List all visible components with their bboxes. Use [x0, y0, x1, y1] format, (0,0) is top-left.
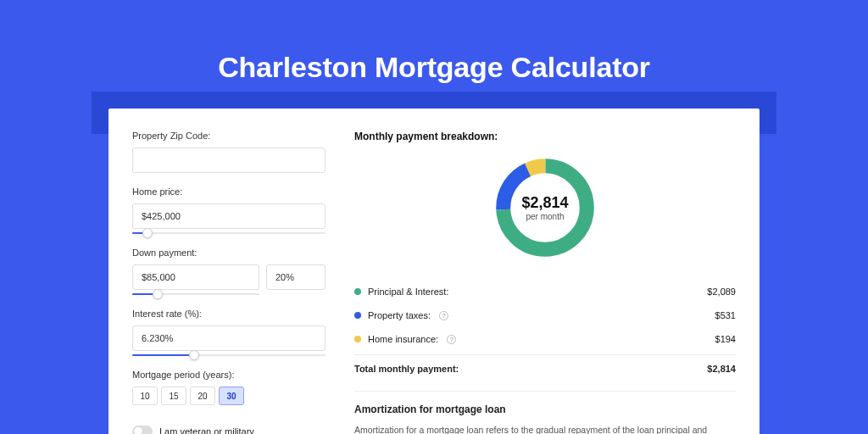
down-payment-pct-input[interactable]	[266, 264, 326, 290]
veteran-toggle-row: I am veteran or military	[132, 426, 326, 434]
veteran-label: I am veteran or military	[159, 426, 254, 434]
home-price-label: Home price:	[132, 186, 326, 197]
amortization-text: Amortization for a mortgage loan refers …	[354, 424, 736, 434]
amortization-title: Amortization for mortgage loan	[354, 403, 736, 415]
period-field-group: Mortgage period (years): 10152030	[132, 370, 326, 405]
home-price-input[interactable]	[132, 203, 326, 229]
legend-dot	[354, 336, 361, 342]
home-price-slider[interactable]	[132, 232, 326, 234]
legend-value: $194	[715, 334, 736, 344]
breakdown-column: Monthly payment breakdown: $2,814 per mo…	[346, 108, 760, 434]
legend-row: Home insurance:?$194	[354, 327, 736, 351]
total-row: Total monthly payment: $2,814	[354, 354, 736, 382]
zip-field-group: Property Zip Code:	[132, 131, 326, 173]
legend-dot	[354, 312, 361, 319]
amortization-section: Amortization for mortgage loan Amortizat…	[354, 391, 736, 434]
down-payment-field-group: Down payment:	[132, 248, 326, 295]
legend-row: Principal & Interest:$2,089	[354, 280, 736, 303]
page-title: Charleston Mortgage Calculator	[0, 0, 868, 104]
zip-input[interactable]	[132, 147, 326, 173]
legend-label: Home insurance:	[368, 334, 438, 344]
down-payment-label: Down payment:	[132, 248, 326, 258]
interest-input[interactable]	[132, 326, 326, 351]
period-option-15[interactable]: 15	[161, 387, 186, 405]
slider-thumb[interactable]	[153, 289, 163, 299]
donut-center: $2,814 per month	[521, 194, 568, 221]
zip-label: Property Zip Code:	[132, 131, 326, 141]
legend-label: Property taxes:	[368, 310, 431, 320]
slider-thumb[interactable]	[189, 350, 199, 360]
period-option-20[interactable]: 20	[190, 387, 215, 405]
inputs-column: Property Zip Code: Home price: Down paym…	[108, 108, 346, 434]
period-option-30[interactable]: 30	[219, 387, 244, 405]
legend-value: $2,089	[707, 287, 736, 297]
calculator-panel: Property Zip Code: Home price: Down paym…	[108, 108, 760, 434]
interest-field-group: Interest rate (%):	[132, 309, 326, 356]
legend-label: Principal & Interest:	[368, 287, 448, 297]
total-label: Total monthly payment:	[354, 364, 459, 374]
slider-thumb[interactable]	[142, 228, 153, 238]
legend-value: $531	[715, 310, 736, 320]
legend-row: Property taxes:?$531	[354, 303, 736, 327]
veteran-toggle[interactable]	[132, 426, 153, 434]
total-value: $2,814	[707, 364, 736, 374]
period-label: Mortgage period (years):	[132, 370, 326, 380]
down-payment-input[interactable]	[132, 264, 259, 290]
period-options: 10152030	[132, 387, 326, 405]
interest-label: Interest rate (%):	[132, 309, 326, 319]
info-icon[interactable]: ?	[439, 311, 448, 320]
info-icon[interactable]: ?	[447, 335, 456, 344]
interest-slider[interactable]	[132, 354, 326, 356]
down-payment-slider[interactable]	[132, 293, 259, 295]
legend: Principal & Interest:$2,089Property taxe…	[354, 280, 736, 351]
period-option-10[interactable]: 10	[132, 387, 158, 405]
donut-chart: $2,814 per month	[354, 153, 736, 263]
breakdown-title: Monthly payment breakdown:	[354, 131, 736, 142]
home-price-field-group: Home price:	[132, 186, 326, 234]
donut-sub: per month	[521, 212, 568, 221]
donut-value: $2,814	[521, 194, 568, 212]
legend-dot	[354, 288, 361, 295]
